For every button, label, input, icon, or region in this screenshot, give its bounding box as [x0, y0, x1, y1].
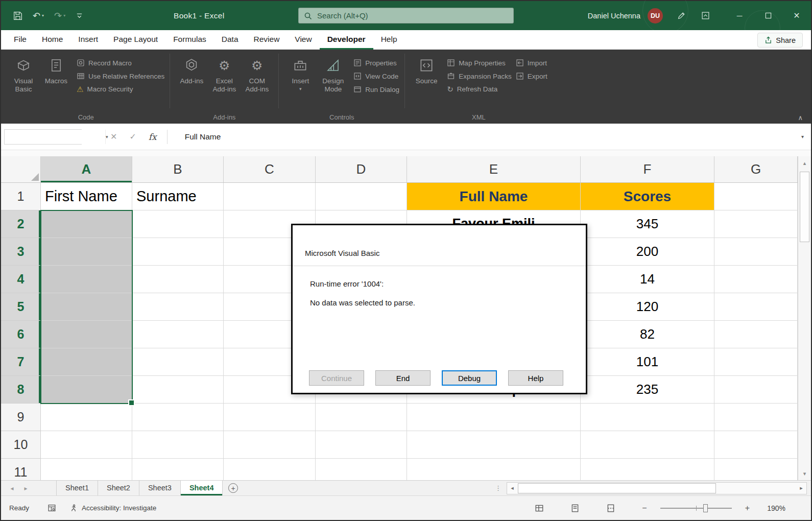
expansion-packs-button[interactable]: Expansion Packs	[447, 72, 512, 80]
cell-E1[interactable]: Full Name	[407, 183, 581, 210]
enter-entry-icon[interactable]: ✓	[129, 132, 136, 141]
cell-D10[interactable]	[316, 431, 407, 459]
cell-G4[interactable]	[714, 266, 798, 293]
row-header-1[interactable]: 1	[1, 183, 41, 210]
vertical-scrollbar[interactable]: ▴ ▾	[798, 156, 811, 480]
cell-G9[interactable]	[714, 404, 798, 431]
cell-D9[interactable]	[316, 404, 407, 431]
cell-F10[interactable]	[581, 431, 714, 459]
cell-G10[interactable]	[714, 431, 798, 459]
column-header-A[interactable]: A	[41, 156, 132, 182]
cell-F9[interactable]	[581, 404, 714, 431]
cell-B4[interactable]	[132, 266, 224, 293]
cell-A4[interactable]	[41, 266, 132, 293]
cell-E10[interactable]	[407, 431, 581, 459]
scroll-up-arrow[interactable]: ▴	[798, 156, 811, 170]
accessibility-status[interactable]: Accessibility: Investigate	[69, 504, 156, 512]
tabbar-resize-handle[interactable]: ⋮	[490, 484, 507, 492]
row-header-7[interactable]: 7	[1, 348, 41, 376]
visual-basic-button[interactable]: Visual Basic	[8, 53, 39, 93]
cell-A7[interactable]	[41, 348, 132, 376]
close-button[interactable]: ✕	[782, 1, 811, 30]
cell-B7[interactable]	[132, 348, 224, 376]
cell-F7[interactable]: 101	[581, 348, 714, 376]
sheet-tab-sheet4[interactable]: Sheet4	[181, 481, 223, 495]
horizontal-scrollbar[interactable]: ◂ ▸	[507, 482, 807, 494]
refresh-data-button[interactable]: ↻ Refresh Data	[447, 85, 512, 93]
cell-F5[interactable]: 120	[581, 293, 714, 321]
cell-F4[interactable]: 14	[581, 266, 714, 293]
help-button[interactable]: Help	[508, 370, 563, 386]
redo-button[interactable]: ↷▾	[54, 11, 65, 20]
cell-F11[interactable]	[581, 459, 714, 480]
cell-B8[interactable]	[132, 376, 224, 404]
excel-addins-button[interactable]: ⚙ Excel Add-ins	[208, 53, 240, 93]
properties-button[interactable]: Properties	[353, 59, 399, 67]
row-header-8[interactable]: 8	[1, 376, 41, 404]
customize-qat-button[interactable]	[76, 12, 83, 19]
use-relative-references-button[interactable]: Use Relative References	[77, 72, 164, 80]
normal-view-button[interactable]	[535, 504, 544, 513]
cell-A2[interactable]	[41, 210, 132, 238]
cell-B10[interactable]	[132, 431, 224, 459]
row-header-5[interactable]: 5	[1, 293, 41, 321]
cell-B3[interactable]	[132, 238, 224, 266]
cell-G11[interactable]	[714, 459, 798, 480]
cell-C11[interactable]	[224, 459, 316, 480]
column-header-F[interactable]: F	[581, 156, 714, 182]
tab-review[interactable]: Review	[246, 30, 288, 50]
page-break-view-button[interactable]	[606, 504, 615, 513]
cell-A3[interactable]	[41, 238, 132, 266]
macro-security-button[interactable]: ⚠ Macro Security	[77, 85, 164, 93]
cell-G6[interactable]	[714, 321, 798, 348]
source-button[interactable]: Source	[411, 53, 442, 85]
cell-F8[interactable]: 235	[581, 376, 714, 404]
tab-insert[interactable]: Insert	[70, 30, 106, 50]
cell-F1[interactable]: Scores	[581, 183, 714, 210]
cell-A5[interactable]	[41, 293, 132, 321]
cell-F2[interactable]: 345	[581, 210, 714, 238]
user-name[interactable]: Daniel Uchenna	[588, 12, 640, 20]
tab-developer[interactable]: Developer	[320, 30, 373, 50]
cell-B2[interactable]	[132, 210, 224, 238]
new-sheet-button[interactable]: +	[223, 483, 243, 493]
scroll-right-arrow[interactable]: ▸	[796, 485, 806, 491]
cell-A11[interactable]	[41, 459, 132, 480]
column-header-D[interactable]: D	[316, 156, 407, 182]
share-button[interactable]: Share	[757, 33, 803, 48]
macros-button[interactable]: Macros	[40, 53, 72, 85]
cell-D11[interactable]	[316, 459, 407, 480]
cell-C9[interactable]	[224, 404, 316, 431]
row-header-6[interactable]: 6	[1, 321, 41, 348]
cell-A10[interactable]	[41, 431, 132, 459]
name-box-dropdown-icon[interactable]: ▾	[105, 130, 108, 144]
cell-B9[interactable]	[132, 404, 224, 431]
cell-C10[interactable]	[224, 431, 316, 459]
tab-formulas[interactable]: Formulas	[165, 30, 214, 50]
collapse-ribbon-button[interactable]: ∧	[798, 114, 803, 122]
cell-A9[interactable]	[41, 404, 132, 431]
sheet-tab-sheet1[interactable]: Sheet1	[56, 481, 98, 495]
export-button[interactable]: Export	[516, 72, 547, 80]
run-dialog-button[interactable]: Run Dialog	[353, 85, 399, 93]
cell-B11[interactable]	[132, 459, 224, 480]
map-properties-button[interactable]: Map Properties	[447, 59, 512, 67]
minimize-button[interactable]: ─	[725, 1, 754, 30]
column-header-E[interactable]: E	[407, 156, 581, 182]
search-box[interactable]	[298, 8, 514, 23]
row-header-3[interactable]: 3	[1, 238, 41, 266]
cell-F6[interactable]: 82	[581, 321, 714, 348]
undo-button[interactable]: ↶▾	[33, 11, 44, 20]
cell-G8[interactable]	[714, 376, 798, 404]
cell-A1[interactable]: First Name	[41, 183, 132, 210]
cell-E9[interactable]	[407, 404, 581, 431]
search-input[interactable]	[317, 11, 508, 20]
sheet-nav-right[interactable]: ▸	[19, 481, 33, 496]
cell-B1[interactable]: Surname	[132, 183, 224, 210]
view-code-button[interactable]: View Code	[353, 72, 399, 80]
cell-C1[interactable]	[224, 183, 316, 210]
sheet-nav-left[interactable]: ◂	[5, 481, 19, 496]
zoom-out-button[interactable]: −	[642, 504, 647, 513]
cell-B6[interactable]	[132, 321, 224, 348]
tab-file[interactable]: File	[6, 30, 34, 50]
